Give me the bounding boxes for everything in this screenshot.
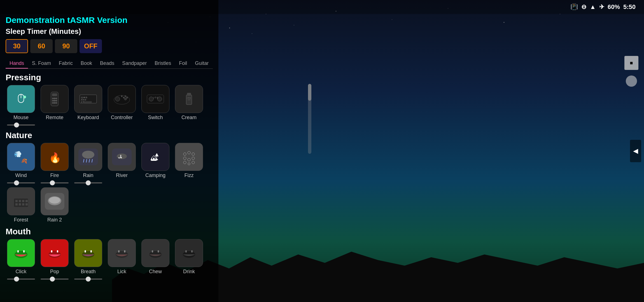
svg-text:🏞: 🏞: [118, 154, 122, 159]
sound-chew[interactable]: Chew: [140, 239, 171, 281]
svg-rect-64: [19, 200, 21, 202]
sound-river[interactable]: 🏞 River: [106, 143, 137, 185]
circle-button[interactable]: [626, 76, 637, 87]
tab-hands[interactable]: Hands: [6, 59, 28, 69]
pressing-grid: Mouse R: [6, 85, 213, 127]
sound-rain2[interactable]: Rain 2: [39, 187, 70, 223]
svg-rect-77: [17, 250, 19, 253]
svg-rect-70: [25, 203, 28, 206]
breath-icon: [74, 239, 102, 267]
sound-rain[interactable]: Rain: [73, 143, 104, 185]
controller-label: Controller: [111, 115, 133, 121]
sound-mouse[interactable]: Mouse: [6, 85, 36, 127]
remote-icon: [41, 85, 69, 113]
svg-point-10: [55, 100, 57, 102]
app-title: Demonstration tASMR Version: [6, 15, 213, 25]
tab-beads[interactable]: Beads: [96, 59, 118, 69]
svg-text:🔥: 🔥: [49, 152, 61, 164]
svg-point-7: [55, 98, 57, 99]
left-panel: Demonstration tASMR Version Sleep Timer …: [0, 0, 218, 302]
sound-click[interactable]: Click: [6, 239, 36, 281]
pop-volume-slider[interactable]: [41, 279, 69, 280]
square-button[interactable]: ■: [624, 56, 638, 70]
svg-rect-78: [23, 250, 25, 253]
keyboard-icon: Q W G A S D Z X C: [74, 85, 102, 113]
tab-sandpaper[interactable]: Sandpaper: [118, 59, 151, 69]
airplane-icon: ✈: [599, 3, 604, 11]
timer-30[interactable]: 30: [6, 39, 28, 53]
svg-point-11: [52, 102, 54, 104]
click-icon: [7, 239, 35, 267]
sound-remote[interactable]: Remote: [39, 85, 70, 127]
svg-text:🏕: 🏕: [151, 153, 158, 162]
tab-fabric[interactable]: Fabric: [55, 59, 77, 69]
rain-volume-slider[interactable]: [74, 182, 102, 183]
sound-forest[interactable]: Forest: [6, 187, 36, 223]
svg-rect-18: [84, 101, 92, 103]
sound-controller[interactable]: Controller: [106, 85, 137, 127]
svg-point-24: [125, 95, 126, 97]
svg-text:| O ||: | O ||: [153, 96, 158, 99]
tab-book[interactable]: Book: [77, 59, 96, 69]
fizz-icon: [175, 143, 203, 171]
remote-label: Remote: [46, 115, 63, 121]
fire-volume-slider[interactable]: [41, 182, 69, 183]
nature-section-header: Nature: [6, 131, 213, 140]
svg-rect-62: [14, 199, 28, 207]
timer-off[interactable]: OFF: [80, 39, 102, 53]
breath-label: Breath: [81, 269, 95, 275]
sound-cream[interactable]: | O || Cream: [174, 85, 204, 127]
breath-slider-container: [74, 276, 102, 281]
status-icons: 📳 ⊖ ▲ ✈ 60% 5:50: [570, 3, 636, 11]
sound-camping[interactable]: 🏕 Camping: [140, 143, 171, 185]
svg-rect-89: [118, 250, 120, 253]
tab-guitar[interactable]: Guitar: [191, 59, 213, 69]
svg-rect-4: [52, 93, 57, 96]
sound-lick[interactable]: Lick: [106, 239, 137, 281]
svg-point-73: [49, 197, 60, 204]
sound-breath[interactable]: Breath: [73, 239, 104, 281]
svg-rect-93: [152, 250, 153, 253]
keyboard-label: Keyboard: [77, 115, 99, 121]
nav-arrow-button[interactable]: ◄: [630, 140, 641, 162]
timer-60[interactable]: 60: [30, 39, 53, 53]
tab-foil[interactable]: Foil: [175, 59, 191, 69]
sound-pop[interactable]: Pop: [39, 239, 70, 281]
breath-volume-slider[interactable]: [74, 279, 102, 280]
mouth-grid: Click Pop: [6, 239, 213, 281]
tab-bristles[interactable]: Bristles: [151, 59, 175, 69]
fizz-label: Fizz: [185, 173, 194, 178]
click-volume-slider[interactable]: [7, 279, 35, 280]
controller-icon: [108, 85, 136, 113]
sound-fizz[interactable]: Fizz: [174, 143, 204, 185]
camping-icon: 🏕: [141, 143, 169, 171]
pop-label: Pop: [50, 269, 59, 275]
mouse-volume-slider[interactable]: [7, 124, 35, 126]
fire-label: Fire: [50, 173, 59, 178]
sound-drink[interactable]: Drink: [174, 239, 204, 281]
mouse-label: Mouse: [13, 115, 29, 121]
svg-text:A S D: A S D: [81, 99, 86, 101]
tab-sfoam[interactable]: S. Foam: [28, 59, 55, 69]
svg-rect-32: [187, 93, 191, 96]
nature-grid: 💨 🍂 Wind 🔥 Fire: [6, 143, 213, 223]
sound-wind[interactable]: 💨 🍂 Wind: [6, 143, 36, 185]
svg-point-13: [55, 102, 57, 104]
middle-scrollbar[interactable]: [308, 84, 311, 154]
sound-switch[interactable]: | O || Switch: [140, 85, 171, 127]
wifi-icon: ▲: [590, 3, 596, 11]
timer-buttons: 30 60 90 OFF: [6, 39, 213, 53]
sound-fire[interactable]: 🔥 Fire: [39, 143, 70, 185]
click-slider-container: [7, 276, 35, 281]
svg-text:Q W G: Q W G: [81, 96, 87, 99]
svg-point-5: [52, 98, 54, 99]
svg-rect-82: [57, 250, 58, 253]
wind-volume-slider[interactable]: [7, 182, 35, 183]
timer-90[interactable]: 90: [55, 39, 77, 53]
app-title-prefix: Demonstration: [6, 15, 67, 25]
scrollbar-thumb[interactable]: [308, 84, 311, 101]
svg-text:🍂: 🍂: [21, 158, 27, 164]
rain2-icon: [41, 187, 69, 215]
sound-keyboard[interactable]: Q W G A S D Z X C Keyboard: [73, 85, 104, 127]
svg-point-9: [54, 100, 55, 102]
